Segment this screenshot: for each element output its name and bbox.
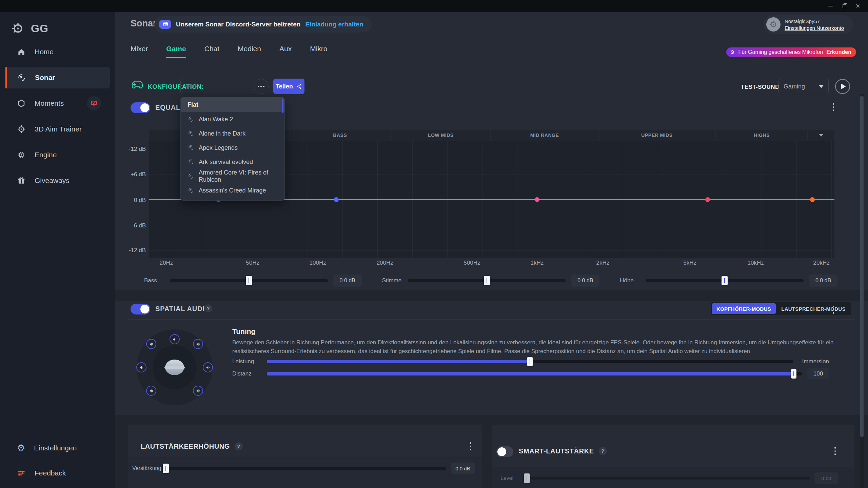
- stimme-slider[interactable]: [408, 279, 566, 282]
- level-slider-row: Level 0.00: [500, 473, 838, 484]
- tab-game[interactable]: Game: [166, 45, 186, 58]
- eq-point-3[interactable]: [535, 197, 539, 202]
- bass-slider[interactable]: [170, 279, 328, 282]
- eq-point-2[interactable]: [334, 197, 339, 202]
- spatial-audio-toggle[interactable]: [131, 304, 150, 314]
- eq-band-upper-mids[interactable]: UPPER MIDS: [599, 130, 715, 141]
- tuning-title: Tuning: [232, 327, 255, 336]
- smart-volume-help-button[interactable]: ?: [599, 447, 607, 455]
- smart-volume-menu-button[interactable]: [832, 447, 839, 455]
- gamepad-icon: [131, 80, 144, 89]
- app-logo[interactable]: GG: [11, 20, 48, 37]
- eq-xtick: 10kHz: [747, 260, 764, 266]
- promo-cta[interactable]: Erkunden: [826, 49, 851, 55]
- performance-slider-row: Leistung Immersion: [232, 357, 829, 367]
- tab-aux[interactable]: Aux: [279, 45, 292, 58]
- dropdown-item-label: Assassin's Creed Mirage: [199, 187, 266, 194]
- performance-slider[interactable]: [267, 360, 793, 363]
- dropdown-item[interactable]: Ark survival evolved: [181, 155, 284, 169]
- account-settings-link[interactable]: Einstellungen Nutzerkonto: [785, 25, 844, 31]
- tab-mixer[interactable]: Mixer: [131, 45, 148, 58]
- sidebar-footer: ⚙ Einstellungen Feedback: [5, 439, 110, 483]
- spatial-help-button[interactable]: ?: [204, 304, 212, 312]
- smart-volume-toggle[interactable]: [496, 446, 513, 457]
- gain-slider-row: Verstärkung 0.0 dB: [132, 463, 475, 474]
- speaker-icon-front-left: [146, 339, 156, 349]
- level-slider-handle[interactable]: [524, 473, 530, 483]
- share-button[interactable]: Teilen: [273, 79, 304, 94]
- close-button[interactable]: ×: [851, 1, 865, 11]
- sidebar-item-moments[interactable]: Moments: [5, 93, 110, 114]
- discord-banner-text: Unserem Sonar Discord-Server beitreten: [176, 21, 300, 28]
- tab-chat[interactable]: Chat: [204, 45, 219, 58]
- sidebar-item-label: Sonar: [35, 74, 55, 82]
- gain-slider[interactable]: [166, 467, 446, 470]
- dropdown-item-label: Armored Core VI: Fires of Rubicon: [199, 169, 284, 183]
- discord-banner[interactable]: Unserem Sonar Discord-Server beitreten E…: [154, 16, 372, 33]
- eq-xtick: 1kHz: [531, 260, 544, 266]
- eq-ytick: 0 dB: [121, 197, 146, 204]
- discord-invite-link[interactable]: Einladung erhalten: [305, 21, 363, 28]
- config-select[interactable]: Flat: [180, 79, 284, 94]
- mic-promo-badge[interactable]: Für Gaming geschaffenes Mikrofon Erkunde…: [726, 47, 856, 57]
- eq-point-4[interactable]: [705, 197, 710, 202]
- sidebar-item-engine[interactable]: Engine: [5, 144, 110, 166]
- tab-mikro[interactable]: Mikro: [310, 45, 327, 58]
- dropdown-item[interactable]: Alone in the Dark: [181, 126, 284, 141]
- headphone-mode-button[interactable]: KOPFHÖRER-MODUS: [712, 303, 776, 314]
- minimize-icon: [828, 6, 833, 6]
- eq-band-collapse-button[interactable]: [808, 130, 834, 141]
- stimme-slider-label: Stimme: [382, 277, 402, 284]
- distance-slider-handle[interactable]: [791, 369, 796, 379]
- eq-point-5[interactable]: [810, 197, 815, 202]
- restore-button[interactable]: [837, 1, 851, 11]
- sidebar-item-giveaways[interactable]: Giveaways: [5, 170, 110, 191]
- eq-band-bass[interactable]: BASS: [290, 130, 390, 141]
- sidebar-item-feedback[interactable]: Feedback: [5, 464, 110, 483]
- sidebar-item-3d-aim-trainer[interactable]: 3D Aim Trainer: [5, 118, 110, 140]
- sidebar-item-einstellungen[interactable]: ⚙ Einstellungen: [5, 439, 110, 458]
- dropdown-item[interactable]: Alan Wake 2: [181, 112, 284, 126]
- sidebar-item-sonar[interactable]: Sonar: [5, 67, 110, 88]
- toggle-knob: [497, 447, 506, 456]
- dropdown-item[interactable]: Assassin's Creed Mirage: [181, 183, 284, 198]
- bass-slider-handle[interactable]: [246, 276, 252, 285]
- speaker-mode-button[interactable]: LAUTSPRECHER-MODUS: [776, 303, 850, 314]
- volume-boost-help-button[interactable]: ?: [235, 442, 243, 450]
- gain-slider-handle[interactable]: [163, 464, 169, 473]
- test-sound-select[interactable]: Gaming: [778, 79, 829, 94]
- volume-boost-menu-button[interactable]: [467, 442, 474, 450]
- spatial-menu-button[interactable]: [830, 306, 837, 314]
- steelseries-logo-icon: [11, 22, 25, 35]
- equalizer-menu-button[interactable]: [830, 103, 837, 111]
- play-test-sound-button[interactable]: [835, 79, 850, 94]
- eq-band-mid-range[interactable]: MID RANGE: [491, 130, 597, 141]
- hoehe-slider-handle[interactable]: [722, 276, 728, 285]
- distance-slider[interactable]: [267, 372, 802, 375]
- dropdown-item[interactable]: Apex Legends: [181, 141, 284, 155]
- level-slider[interactable]: [527, 477, 810, 480]
- dropdown-item-flat[interactable]: Flat: [181, 97, 284, 112]
- chevron-down-icon: [819, 134, 823, 137]
- hoehe-slider[interactable]: [646, 279, 804, 282]
- eq-band-low-mids[interactable]: LOW MIDS: [391, 130, 490, 141]
- section-gap: [115, 290, 868, 301]
- promo-text: Für Gaming geschaffenes Mikrofon: [738, 49, 823, 55]
- tab-medien[interactable]: Medien: [238, 45, 261, 58]
- minimize-button[interactable]: [824, 1, 837, 11]
- feedback-icon: [17, 469, 26, 477]
- volume-boost-card: LAUTSTÄRKEERHÖHUNG ? Verstärkung 0.0 dB: [128, 425, 482, 488]
- page-scrollbar-thumb[interactable]: [860, 96, 864, 437]
- dropdown-scrollbar[interactable]: [282, 99, 283, 113]
- dropdown-item[interactable]: Armored Core VI: Fires of Rubicon: [181, 169, 284, 183]
- eq-xtick: 2kHz: [596, 260, 610, 266]
- sidebar-item-home[interactable]: Home: [5, 41, 110, 63]
- app-window: × GG Home Sonar Moments: [0, 0, 868, 488]
- user-chip[interactable]: NostalgicSpy57 Einstellungen Nutzerkonto: [764, 15, 853, 34]
- eq-band-highs[interactable]: HIGHS: [716, 130, 807, 141]
- stimme-slider-handle[interactable]: [484, 276, 490, 285]
- equalizer-toggle[interactable]: [131, 102, 150, 113]
- performance-slider-handle[interactable]: [527, 357, 533, 366]
- config-more-button[interactable]: [254, 79, 269, 94]
- stimme-slider-group: Stimme 0.0 dB: [382, 274, 600, 287]
